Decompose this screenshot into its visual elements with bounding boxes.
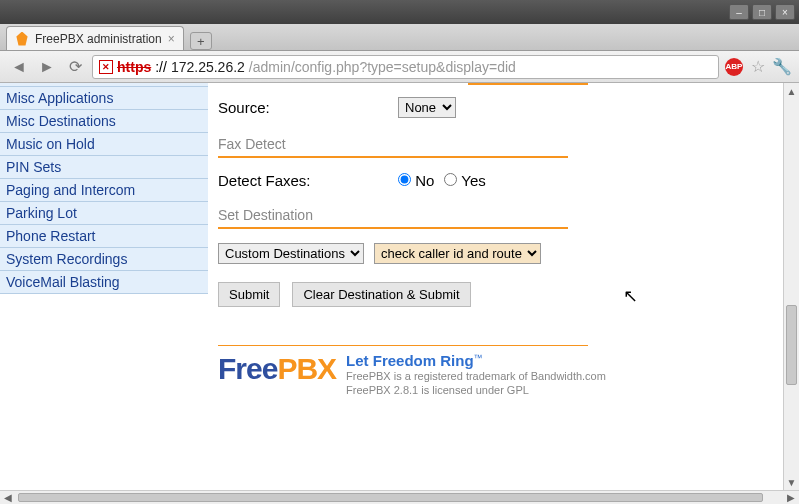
- adblock-icon[interactable]: ABP: [725, 58, 743, 76]
- scroll-thumb[interactable]: [786, 305, 797, 385]
- bookmark-star-icon[interactable]: ☆: [749, 58, 767, 76]
- reload-button[interactable]: ⟳: [64, 56, 86, 78]
- url-path: /admin/config.php?type=setup&display=did: [249, 59, 516, 75]
- horizontal-scrollbar[interactable]: ◀ ▶: [0, 490, 799, 504]
- source-select[interactable]: None: [398, 97, 456, 118]
- close-window-button[interactable]: ×: [775, 4, 795, 20]
- sidebar-item-paging-intercom[interactable]: Paging and Intercom: [0, 179, 208, 202]
- window-titlebar: – □ ×: [0, 0, 799, 24]
- destination-type-select[interactable]: Custom Destinations: [218, 243, 364, 264]
- detect-no-option[interactable]: No: [398, 172, 434, 189]
- new-tab-button[interactable]: +: [190, 32, 212, 50]
- scroll-up-icon[interactable]: ▲: [784, 83, 799, 99]
- browser-toolbar: ◄ ► ⟳ ✕ https://172.25.26.2/admin/config…: [0, 51, 799, 83]
- tab-title: FreePBX administration: [35, 32, 162, 46]
- detect-yes-option[interactable]: Yes: [444, 172, 485, 189]
- destination-target-select[interactable]: check caller id and route: [374, 243, 541, 264]
- vertical-scrollbar[interactable]: ▲ ▼: [783, 83, 799, 490]
- address-bar[interactable]: ✕ https://172.25.26.2/admin/config.php?t…: [92, 55, 719, 79]
- browser-tab[interactable]: FreePBX administration ×: [6, 26, 184, 50]
- submit-button[interactable]: Submit: [218, 282, 280, 307]
- sidebar-item-misc-destinations[interactable]: Misc Destinations: [0, 110, 208, 133]
- footer: FreePBX Let Freedom Ring™ FreePBX is a r…: [218, 352, 771, 398]
- footer-line2: FreePBX 2.8.1 is licensed under GPL: [346, 383, 606, 397]
- forward-button[interactable]: ►: [36, 56, 58, 78]
- detect-row: Detect Faxes: No Yes: [218, 172, 771, 189]
- scroll-track[interactable]: [16, 491, 783, 504]
- sidebar-item-voicemail-blasting[interactable]: VoiceMail Blasting: [0, 271, 208, 294]
- sidebar-item-pin-sets[interactable]: PIN Sets: [0, 156, 208, 179]
- destination-row: Custom Destinations check caller id and …: [218, 243, 771, 264]
- scroll-right-icon[interactable]: ▶: [783, 491, 799, 504]
- clear-submit-button[interactable]: Clear Destination & Submit: [292, 282, 470, 307]
- destination-section-title: Set Destination: [218, 207, 771, 223]
- scroll-left-icon[interactable]: ◀: [0, 491, 16, 504]
- freepbx-logo: FreePBX: [218, 352, 336, 386]
- back-button[interactable]: ◄: [8, 56, 30, 78]
- url-scheme: https: [117, 59, 151, 75]
- close-tab-icon[interactable]: ×: [168, 32, 175, 46]
- minimize-button[interactable]: –: [729, 4, 749, 20]
- button-row: Submit Clear Destination & Submit: [218, 282, 771, 307]
- sidebar-item-phone-restart[interactable]: Phone Restart: [0, 225, 208, 248]
- footer-line1: FreePBX is a registered trademark of Ban…: [346, 369, 606, 383]
- scroll-thumb[interactable]: [18, 493, 763, 502]
- url-host: 172.25.26.2: [171, 59, 245, 75]
- sidebar-item-parking-lot[interactable]: Parking Lot: [0, 202, 208, 225]
- sidebar-item-music-on-hold[interactable]: Music on Hold: [0, 133, 208, 156]
- sidebar-item-system-recordings[interactable]: System Recordings: [0, 248, 208, 271]
- scroll-track[interactable]: [784, 99, 799, 474]
- wrench-menu-icon[interactable]: 🔧: [773, 58, 791, 76]
- favicon-icon: [15, 32, 29, 46]
- footer-text: Let Freedom Ring™ FreePBX is a registere…: [346, 352, 606, 398]
- source-row: Source: None: [218, 97, 771, 118]
- sidebar: Misc Applications Misc Destinations Musi…: [0, 83, 208, 294]
- section-rule: [218, 227, 568, 229]
- tab-strip: FreePBX administration × +: [0, 24, 799, 51]
- section-rule: [468, 83, 588, 85]
- footer-rule: [218, 345, 588, 346]
- maximize-button[interactable]: □: [752, 4, 772, 20]
- detect-yes-radio[interactable]: [444, 173, 457, 186]
- insecure-lock-icon: ✕: [99, 60, 113, 74]
- fax-section-title: Fax Detect: [218, 136, 771, 152]
- scroll-down-icon[interactable]: ▼: [784, 474, 799, 490]
- source-label: Source:: [218, 99, 398, 116]
- sidebar-item-misc-applications[interactable]: Misc Applications: [0, 87, 208, 110]
- main-content: Source: None Fax Detect Detect Faxes: No…: [208, 83, 781, 490]
- detect-faxes-label: Detect Faxes:: [218, 172, 398, 189]
- slogan: Let Freedom Ring: [346, 352, 474, 369]
- section-rule: [218, 156, 568, 158]
- page-viewport: Misc Applications Misc Destinations Musi…: [0, 83, 799, 490]
- trademark: ™: [474, 353, 483, 363]
- detect-no-radio[interactable]: [398, 173, 411, 186]
